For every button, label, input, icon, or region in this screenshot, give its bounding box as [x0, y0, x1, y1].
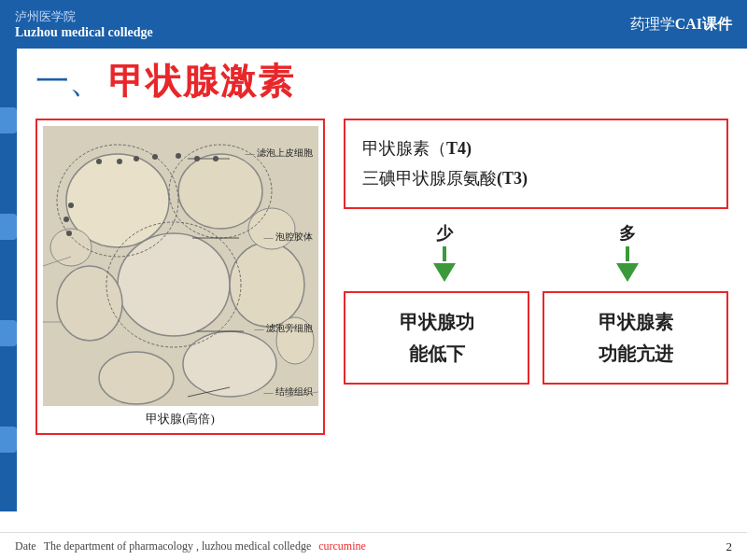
svg-point-5: [57, 266, 122, 341]
condition-right-text: 甲状腺素功能亢进: [556, 306, 715, 370]
condition-box-left: 甲状腺功能低下: [344, 291, 529, 385]
main-content: 一、 甲状腺激素: [0, 49, 747, 532]
svg-point-27: [194, 156, 200, 161]
image-caption: 甲状腺(高倍): [146, 411, 215, 427]
footer-date: Date: [15, 539, 36, 553]
arrow-left-stem: [443, 246, 446, 261]
left-sidebar-accent: [0, 49, 17, 511]
footer-highlight: curcumine: [318, 539, 366, 553]
content-row: 滤泡上皮细胞 泡腔胶体 滤泡旁细胞 结缔组织 甲状腺(高倍) 甲状腺素（T4): [26, 119, 728, 523]
hormone-t3-cn: 三碘甲状腺原氨酸: [362, 169, 497, 188]
sidebar-notch-3: [0, 320, 17, 346]
title-number: 一、: [35, 59, 103, 105]
sidebar-notch-2: [0, 214, 17, 240]
school-name-en: Luzhou medical colledge: [15, 25, 153, 40]
svg-point-31: [66, 231, 72, 236]
svg-point-25: [96, 159, 102, 164]
condition-left-text: 甲状腺功能低下: [357, 306, 516, 370]
hormone-t4-cn: 甲状腺素（: [362, 139, 446, 158]
label-4: 结缔组织: [264, 385, 313, 399]
school-name-cn: 泸州医学院: [15, 8, 153, 25]
svg-point-22: [117, 159, 122, 164]
condition-box-right: 甲状腺素功能亢进: [543, 291, 728, 385]
thyroid-diagram-svg: [43, 126, 318, 406]
sidebar-notch-1: [0, 107, 17, 133]
svg-point-3: [178, 154, 262, 229]
image-box: 滤泡上皮细胞 泡腔胶体 滤泡旁细胞 结缔组织 甲状腺(高倍): [35, 119, 325, 435]
arrow-row: 少 多: [344, 218, 728, 286]
arrow-left-group: 少: [433, 222, 456, 282]
label-3: 滤泡旁细胞: [255, 322, 313, 335]
arrow-right-label: 多: [619, 222, 636, 245]
hormone-t4-code: T4): [446, 139, 472, 158]
arrow-right-group: 多: [616, 222, 639, 282]
arrow-right-head: [616, 263, 639, 282]
svg-point-24: [152, 154, 158, 160]
svg-point-4: [118, 233, 230, 336]
svg-point-23: [134, 156, 139, 161]
hormone-t4: 甲状腺素（T4): [362, 133, 710, 163]
svg-point-29: [68, 203, 74, 208]
svg-point-30: [63, 217, 69, 222]
arrow-right-stem: [626, 246, 629, 261]
svg-point-28: [213, 156, 218, 161]
top-info-box: 甲状腺素（T4) 三碘甲状腺原氨酸(T3): [344, 119, 728, 209]
title-text: 甲状腺激素: [108, 58, 295, 105]
label-1: 滤泡上皮细胞: [246, 147, 313, 160]
hormone-t3-code: (T3): [497, 169, 528, 188]
info-panel: 甲状腺素（T4) 三碘甲状腺原氨酸(T3) 少 多: [344, 119, 728, 385]
title-row: 一、 甲状腺激素: [26, 58, 728, 105]
course-suffix: CAI课件: [675, 16, 732, 32]
footer-text: Date The department of pharmacology , lu…: [15, 539, 726, 553]
arrow-left-head: [433, 263, 456, 282]
sidebar-notch-4: [0, 427, 17, 453]
svg-point-26: [176, 153, 181, 159]
footer-body: The department of pharmacology , luzhou …: [44, 539, 312, 553]
footer: Date The department of pharmacology , lu…: [0, 532, 747, 560]
arrow-left-label: 少: [436, 222, 453, 245]
footer-page: 2: [726, 539, 733, 554]
thyroid-image: 滤泡上皮细胞 泡腔胶体 滤泡旁细胞 结缔组织: [43, 126, 318, 406]
svg-point-8: [183, 331, 276, 397]
course-name: 药理学: [630, 16, 675, 32]
header-left: 泸州医学院 Luzhou medical colledge: [15, 8, 153, 40]
hormone-t3: 三碘甲状腺原氨酸(T3): [362, 163, 710, 193]
course-label: 药理学CAI课件: [630, 15, 732, 35]
header: 泸州医学院 Luzhou medical colledge 药理学CAI课件: [0, 0, 747, 49]
slide: 泸州医学院 Luzhou medical colledge 药理学CAI课件 一…: [0, 0, 747, 560]
label-2: 泡腔胶体: [264, 231, 313, 244]
bottom-boxes: 甲状腺功能低下 甲状腺素功能亢进: [344, 291, 728, 385]
svg-point-7: [99, 352, 174, 404]
